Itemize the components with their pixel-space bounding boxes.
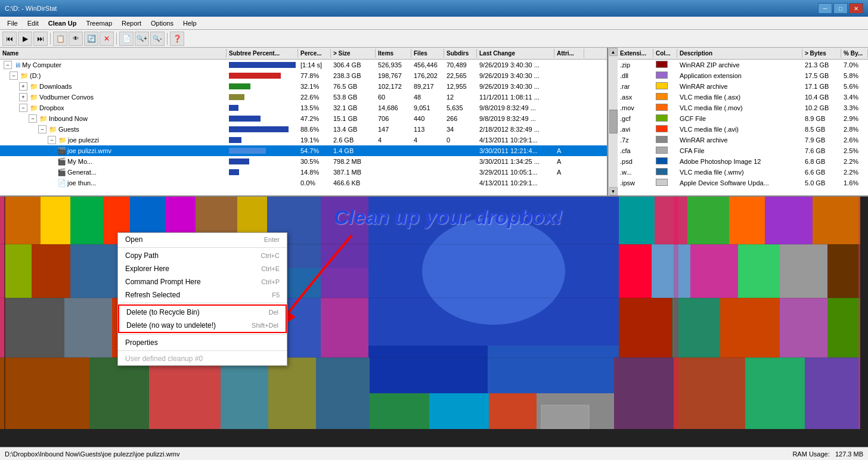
expand-btn[interactable]: − xyxy=(29,114,37,123)
row-name: joe pulizzi.wmv xyxy=(67,147,111,154)
svg-rect-28 xyxy=(690,244,738,298)
ext-row[interactable]: .ipsw Apple Device Software Upda... 5.0 … xyxy=(618,178,868,188)
col-attri[interactable]: Attri... xyxy=(554,49,584,58)
ctx-open[interactable]: Open Enter xyxy=(118,233,287,246)
toolbar-btn-zoomin[interactable]: 🔍+ xyxy=(135,32,149,46)
ctx-refresh[interactable]: Refresh Selected F5 xyxy=(118,288,287,302)
toolbar-btn-help[interactable]: ❓ xyxy=(170,32,184,46)
ext-row[interactable]: .rar WinRAR archive 17.1 GB 5.6% xyxy=(618,81,868,92)
ext-row[interactable]: .cfa CFA File 7.6 GB 2.5% xyxy=(618,145,868,156)
menu-file[interactable]: File xyxy=(2,18,23,28)
tree-row[interactable]: − 📁 Inbound Now 47.2% 15.1 GB 706 440 26… xyxy=(0,113,607,124)
toolbar-btn-view[interactable]: 👁 xyxy=(69,32,83,46)
ext-row[interactable]: .asx VLC media file (.asx) 10.4 GB 3.4% xyxy=(618,92,868,102)
col-ext[interactable]: Extensi... xyxy=(618,49,653,58)
close-button[interactable]: ✕ xyxy=(849,3,863,14)
menu-cleanup[interactable]: Clean Up xyxy=(44,18,82,28)
menu-report[interactable]: Report xyxy=(117,18,146,28)
menu-help[interactable]: Help xyxy=(178,18,202,28)
tree-row[interactable]: + 📁 Downloads 32.1% 76.5 GB 102,172 89,2… xyxy=(0,81,607,92)
ctx-copy-path[interactable]: Copy Path Ctrl+C xyxy=(118,249,287,262)
scroll-up[interactable]: ▲ xyxy=(609,48,618,56)
tree-row[interactable]: − 🖥 My Computer [1:14 s] 306.4 GB 526,93… xyxy=(0,60,607,70)
toolbar-btn-copy[interactable]: 📋 xyxy=(53,32,67,46)
col-items[interactable]: Items xyxy=(376,49,411,58)
expand-btn[interactable]: + xyxy=(19,82,27,91)
expand-btn[interactable]: − xyxy=(10,72,18,80)
ctx-cmdprompt-here[interactable]: Command Prompt Here Ctrl+P xyxy=(118,275,287,288)
ctx-refresh-label: Refresh Selected xyxy=(125,291,180,299)
menu-options[interactable]: Options xyxy=(146,18,178,28)
toolbar-btn-stop[interactable]: ⏭ xyxy=(33,32,48,46)
ctx-user-cleanup-label: User defined cleanup #0 xyxy=(125,355,203,363)
toolbar-btn-start[interactable]: ⏮ xyxy=(2,32,17,46)
expand-btn[interactable]: − xyxy=(48,136,56,144)
menu-treemap[interactable]: Treemap xyxy=(81,18,117,28)
ext-row[interactable]: .gcf GCF File 8.9 GB 2.9% xyxy=(618,113,868,124)
ctx-explorer-here[interactable]: Explorer Here Ctrl+E xyxy=(118,262,287,275)
ctx-delete-group: Delete (to Recycle Bin) Del Delete (no w… xyxy=(118,304,287,333)
col-files[interactable]: Files xyxy=(411,49,444,58)
row-name: (D:) xyxy=(30,72,41,79)
ctx-open-shortcut: Enter xyxy=(264,236,280,243)
treemap-area[interactable]: Clean up your dropbox! Open Enter Copy P… xyxy=(0,197,868,447)
svg-rect-63 xyxy=(541,405,589,429)
expand-btn[interactable]: − xyxy=(4,61,12,69)
tree-row[interactable]: − 📁 joe pulezzi 19.1% 2.6 GB 4 4 0 4/13/… xyxy=(0,135,607,145)
tree-row[interactable]: − 📁 Dropbox 13.5% 32.1 GB 14,686 9,051 5… xyxy=(0,102,607,113)
toolbar-btn-zoomout[interactable]: 🔍- xyxy=(150,32,165,46)
tree-row[interactable]: 🎬 Generat... 14.8% 387.1 MB 3/29/2011 10… xyxy=(0,167,607,178)
svg-rect-55 xyxy=(674,358,745,429)
scroll-down[interactable]: ▼ xyxy=(609,187,618,195)
expand-btn[interactable]: − xyxy=(38,125,46,133)
toolbar-btn-doc[interactable]: 📄 xyxy=(119,32,134,46)
ctx-delete-recycle-label: Delete (to Recycle Bin) xyxy=(126,308,200,316)
col-name[interactable]: Name xyxy=(0,49,227,58)
svg-point-12 xyxy=(422,217,565,325)
tree-row[interactable]: 📄 joe thun... 0.0% 466.6 KB 4/13/2011 10… xyxy=(0,178,607,188)
tree-row[interactable]: − 📁 (D:) 77.8% 238.3 GB 198,767 176,202 … xyxy=(0,70,607,81)
ext-row[interactable]: .dll Application extension 17.5 GB 5.8% xyxy=(618,70,868,81)
ext-row[interactable]: .zip WinRAR ZIP archive 21.3 GB 7.0% xyxy=(618,60,868,70)
ext-row[interactable]: .psd Adobe Photoshop Image 12 6.8 GB 2.2… xyxy=(618,156,868,167)
col-subdirs[interactable]: Subdirs xyxy=(444,49,477,58)
tree-row[interactable]: + 📁 Vodburner Convos 22.6% 53.8 GB 60 48… xyxy=(0,92,607,102)
col-bypct[interactable]: % By... xyxy=(841,49,868,58)
ext-row[interactable]: .7z WinRAR archive 7.9 GB 2.6% xyxy=(618,135,868,145)
titlebar-buttons: ─ □ ✕ xyxy=(818,3,863,14)
tree-scrollbar[interactable]: ▲ ▼ xyxy=(608,48,618,195)
ctx-delete-recycle-shortcut: Del xyxy=(268,309,278,316)
col-color[interactable]: Col... xyxy=(653,49,677,58)
row-name: Downloads xyxy=(39,83,72,90)
ext-row[interactable]: .avi VLC media file (.avi) 8.5 GB 2.8% xyxy=(618,124,868,135)
col-desc[interactable]: Description xyxy=(677,49,802,58)
tree-row[interactable]: 🎬 My Mo... 30.5% 798.2 MB 3/30/2011 1:34… xyxy=(0,156,607,167)
expand-btn[interactable]: + xyxy=(19,93,27,101)
top-panel: Name Subtree Percent... Perce... > Size … xyxy=(0,48,868,197)
ext-row[interactable]: .w... VLC media file (.wmv) 6.6 GB 2.2% xyxy=(618,167,868,178)
tree-row-selected[interactable]: 🎬 joe pulizzi.wmv 54.7% 1.4 GB 3/30/2011… xyxy=(0,145,607,156)
col-bytes[interactable]: > Bytes xyxy=(802,49,841,58)
toolbar-btn-cancel[interactable]: ✕ xyxy=(100,32,114,46)
col-pct[interactable]: Perce... xyxy=(298,49,331,58)
svg-rect-1 xyxy=(5,197,41,244)
ctx-properties[interactable]: Properties xyxy=(118,336,287,349)
menu-edit[interactable]: Edit xyxy=(23,18,44,28)
row-name: Vodburner Convos xyxy=(39,94,94,101)
tree-panel: Name Subtree Percent... Perce... > Size … xyxy=(0,48,608,195)
col-subtree[interactable]: Subtree Percent... xyxy=(227,49,298,58)
ctx-delete-permanent[interactable]: Delete (no way to undelete!) Shift+Del xyxy=(119,319,286,332)
minimize-button[interactable]: ─ xyxy=(818,3,832,14)
tree-row[interactable]: − 📁 Guests 88.6% 13.4 GB 147 113 34 2/18… xyxy=(0,124,607,135)
ctx-delete-permanent-shortcut: Shift+Del xyxy=(252,322,278,329)
col-size[interactable]: > Size xyxy=(331,49,376,58)
ctx-delete-recycle[interactable]: Delete (to Recycle Bin) Del xyxy=(119,306,286,319)
maximize-button[interactable]: □ xyxy=(833,3,848,14)
expand-btn[interactable]: − xyxy=(19,104,27,112)
scroll-thumb[interactable] xyxy=(609,110,618,133)
ext-row[interactable]: .mov VLC media file (.mov) 10.2 GB 3.3% xyxy=(618,102,868,113)
row-name: Guests xyxy=(58,126,79,133)
toolbar-btn-refresh[interactable]: 🔄 xyxy=(84,32,98,46)
toolbar-btn-play[interactable]: ▶ xyxy=(18,32,32,46)
col-lastchange[interactable]: Last Change xyxy=(477,49,554,58)
